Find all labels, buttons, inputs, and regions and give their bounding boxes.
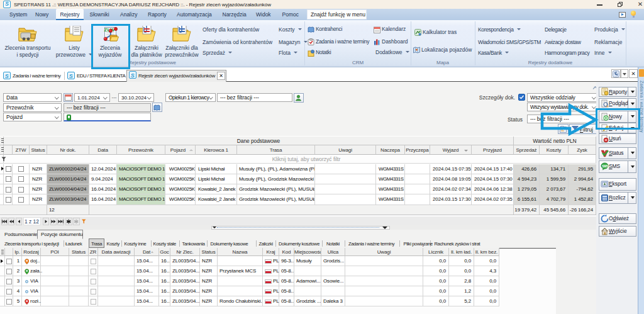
svg-text:S: S <box>69 73 73 79</box>
svg-text:S: S <box>5 73 9 79</box>
svg-text:S: S <box>131 72 135 79</box>
svg-text:SMS: SMS <box>602 165 608 168</box>
